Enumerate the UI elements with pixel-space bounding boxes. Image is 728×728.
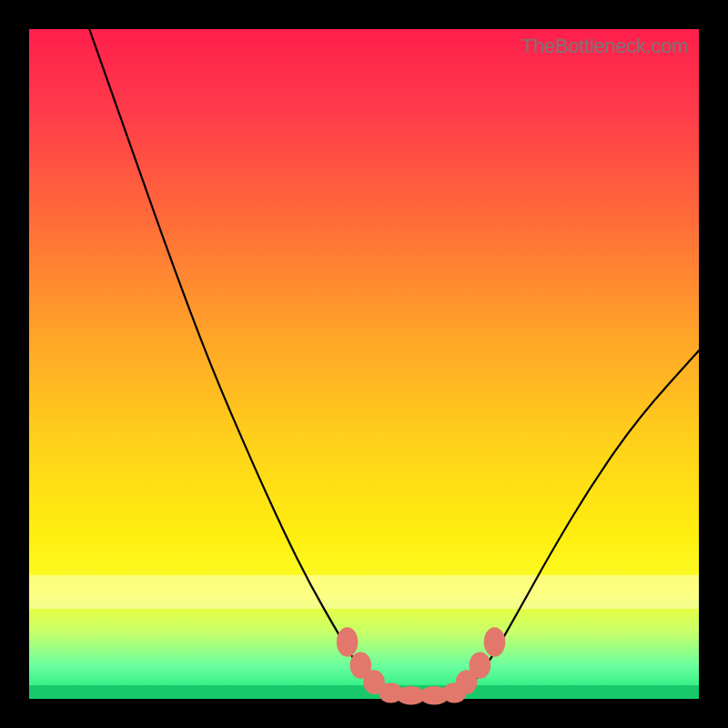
chart-svg	[29, 29, 699, 699]
plot-area: TheBottleneck.com	[29, 29, 699, 699]
marker-group	[337, 627, 505, 704]
attribution-text: TheBottleneck.com	[521, 35, 688, 58]
data-marker	[337, 627, 359, 656]
chart-frame: TheBottleneck.com	[0, 0, 728, 728]
data-marker	[484, 627, 506, 656]
bottleneck-curve	[89, 29, 699, 698]
data-marker	[470, 652, 491, 678]
